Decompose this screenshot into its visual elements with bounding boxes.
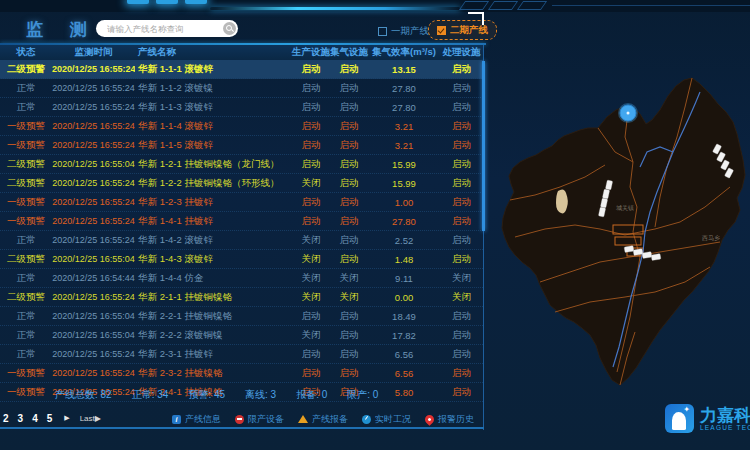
table-row[interactable]: 一级预警2020/12/25 16:55:24华新 1-1-4 滚镀锌启动启动3… xyxy=(0,117,483,136)
cell-status: 正常 xyxy=(0,310,52,323)
cell-line-name: 华新 2-2-1 挂镀铜镍铬 xyxy=(135,310,292,323)
logo-mark-icon xyxy=(665,404,694,433)
table-row[interactable]: 正常2020/12/25 16:54:44华新 1-4-4 仿金关闭关闭9.11… xyxy=(0,269,483,288)
summary-item: 限产: 0 xyxy=(347,388,378,402)
table-row[interactable]: 二级预警2020/12/25 16:55:04华新 1-4-3 滚镀锌关闭启动1… xyxy=(0,250,483,269)
cell-gas-efficiency: 3.21 xyxy=(368,121,440,132)
cell-line-name: 华新 1-1-3 滚镀锌 xyxy=(135,101,292,114)
cell-time: 2020/12/25 16:54:44 xyxy=(52,273,135,283)
cell-treatment-facility: 启动 xyxy=(440,158,483,171)
cell-gas-facility: 启动 xyxy=(330,329,368,342)
table-row[interactable]: 一级预警2020/12/25 16:55:24华新 1-1-5 滚镀锌启动启动3… xyxy=(0,136,483,155)
cell-status: 二级预警 xyxy=(0,63,52,76)
legend-button[interactable]: 报警历史 xyxy=(425,413,474,426)
cell-production-facility: 关闭 xyxy=(292,234,330,247)
cell-status: 一级预警 xyxy=(0,139,52,152)
next-page-icon[interactable]: ▶ xyxy=(64,414,69,422)
summary-item: 报备: 0 xyxy=(296,388,327,402)
slant-decor xyxy=(517,1,547,10)
cell-production-facility: 启动 xyxy=(292,196,330,209)
cell-gas-efficiency: 1.00 xyxy=(368,197,440,208)
column-header: 生产设施 xyxy=(292,46,330,59)
cell-gas-facility: 关闭 xyxy=(330,272,368,285)
district-map[interactable]: 城关镇 西马乡 xyxy=(495,57,750,392)
cell-treatment-facility: 启动 xyxy=(440,310,483,323)
search-icon[interactable] xyxy=(223,22,236,35)
phase2-button[interactable]: 二期产线 xyxy=(428,20,497,40)
cell-line-name: 华新 1-2-3 挂镀锌 xyxy=(135,196,292,209)
cell-status: 二级预警 xyxy=(0,177,52,190)
cell-gas-efficiency: 15.99 xyxy=(368,178,440,189)
cell-gas-efficiency: 13.15 xyxy=(368,64,440,75)
table-row[interactable]: 正常2020/12/25 16:55:24华新 1-1-2 滚镀镍启动启动27.… xyxy=(0,79,483,98)
page-number[interactable]: 5 xyxy=(47,413,53,424)
cell-gas-facility: 启动 xyxy=(330,139,368,152)
legend-button[interactable]: 实时工况 xyxy=(362,413,411,426)
page-number[interactable]: 3 xyxy=(18,413,24,424)
slant-decor xyxy=(459,1,489,10)
map-label-town-center: 城关镇 xyxy=(616,204,634,211)
cell-production-facility: 关闭 xyxy=(292,177,330,190)
legend-button[interactable]: 限产设备 xyxy=(235,413,284,426)
cell-gas-efficiency: 17.82 xyxy=(368,330,440,341)
column-header: 产线名称 xyxy=(135,46,292,59)
cell-gas-efficiency: 27.80 xyxy=(368,216,440,227)
map-label-township: 西马乡 xyxy=(702,235,720,242)
cell-status: 正常 xyxy=(0,234,52,247)
cell-line-name: 华新 2-3-1 挂镀锌 xyxy=(135,348,292,361)
table-row[interactable]: 一级预警2020/12/25 16:55:24华新 1-2-3 挂镀锌启动启动1… xyxy=(0,193,483,212)
summary-item: 预警: 45 xyxy=(188,388,225,402)
cell-production-facility: 启动 xyxy=(292,348,330,361)
table-row[interactable]: 一级预警2020/12/25 16:55:24华新 2-3-2 挂镀镍铬启动启动… xyxy=(0,364,483,383)
phase1-checkbox[interactable]: 一期产线 xyxy=(378,25,429,38)
table-row[interactable]: 正常2020/12/25 16:55:04华新 2-2-1 挂镀铜镍铬启动启动1… xyxy=(0,307,483,326)
phase2-label: 二期产线 xyxy=(450,24,488,37)
page-title: 监 测 xyxy=(26,18,98,41)
legend-bar: i产线信息限产设备产线报备实时工况报警历史 xyxy=(172,409,474,429)
table-row[interactable]: 正常2020/12/25 16:55:24华新 2-3-1 挂镀锌启动启动6.5… xyxy=(0,345,483,364)
scrollbar-thumb[interactable] xyxy=(482,61,485,231)
cell-treatment-facility: 启动 xyxy=(440,139,483,152)
cell-gas-efficiency: 15.99 xyxy=(368,159,440,170)
cell-status: 一级预警 xyxy=(0,386,52,399)
legend-button[interactable]: i产线信息 xyxy=(172,413,221,426)
cell-status: 二级预警 xyxy=(0,253,52,266)
cell-treatment-facility: 启动 xyxy=(440,329,483,342)
cell-time: 2020/12/25 16:55:24 xyxy=(52,197,135,207)
table-row[interactable]: 二级预警2020/12/25 16:55:04华新 1-2-1 挂镀铜镍铬（龙门… xyxy=(0,155,483,174)
cell-gas-efficiency: 1.48 xyxy=(368,254,440,265)
cell-time: 2020/12/25 16:55:04 xyxy=(52,330,135,340)
map-marker[interactable] xyxy=(618,103,638,123)
table-row[interactable]: 正常2020/12/25 16:55:24华新 1-1-3 滚镀锌启动启动27.… xyxy=(0,98,483,117)
table-row[interactable]: 一级预警2020/12/25 16:55:24华新 1-4-1 挂镀锌启动启动2… xyxy=(0,212,483,231)
page-number[interactable]: 4 xyxy=(32,413,38,424)
column-header: 集气设施 xyxy=(330,46,368,59)
cell-status: 一级预警 xyxy=(0,367,52,380)
slant-decor xyxy=(488,1,518,10)
monitor-table-panel: 状态监测时间产线名称生产设施集气设施集气效率(m³/s)处理设施 二级预警202… xyxy=(0,45,484,430)
table-row[interactable]: 正常2020/12/25 16:55:24华新 1-4-2 滚镀锌关闭启动2.5… xyxy=(0,231,483,250)
cell-production-facility: 关闭 xyxy=(292,291,330,304)
table-row[interactable]: 二级预警2020/12/25 16:55:24华新 1-2-2 挂镀铜镍铬（环形… xyxy=(0,174,483,193)
cell-treatment-facility: 启动 xyxy=(440,215,483,228)
cell-production-facility: 启动 xyxy=(292,367,330,380)
cell-production-facility: 启动 xyxy=(292,310,330,323)
legend-button[interactable]: 产线报备 xyxy=(298,413,348,426)
logo-name: 力嘉科技 xyxy=(700,407,750,424)
page-number[interactable]: 2 xyxy=(3,413,9,424)
glow-tab-decor xyxy=(127,0,149,4)
phase1-label: 一期产线 xyxy=(391,25,429,38)
search-input[interactable] xyxy=(105,23,223,35)
cell-gas-facility: 启动 xyxy=(330,158,368,171)
cell-treatment-facility: 启动 xyxy=(440,253,483,266)
table-row[interactable]: 二级预警2020/12/25 16:55:24华新 2-1-1 挂镀铜镍铬关闭关… xyxy=(0,288,483,307)
legend-label: 限产设备 xyxy=(248,413,284,426)
cell-treatment-facility: 启动 xyxy=(440,234,483,247)
table-row[interactable]: 二级预警2020/12/25 16:55:24华新 1-1-1 滚镀锌启动启动1… xyxy=(0,60,483,79)
last-page-button[interactable]: Last▶ xyxy=(80,414,101,423)
legend-label: 产线信息 xyxy=(185,413,221,426)
cell-gas-facility: 启动 xyxy=(330,367,368,380)
cell-line-name: 华新 1-1-1 滚镀锌 xyxy=(135,63,292,76)
column-header: 处理设施 xyxy=(440,46,483,59)
table-row[interactable]: 正常2020/12/25 16:55:04华新 2-2-2 滚镀铜镍关闭启动17… xyxy=(0,326,483,345)
